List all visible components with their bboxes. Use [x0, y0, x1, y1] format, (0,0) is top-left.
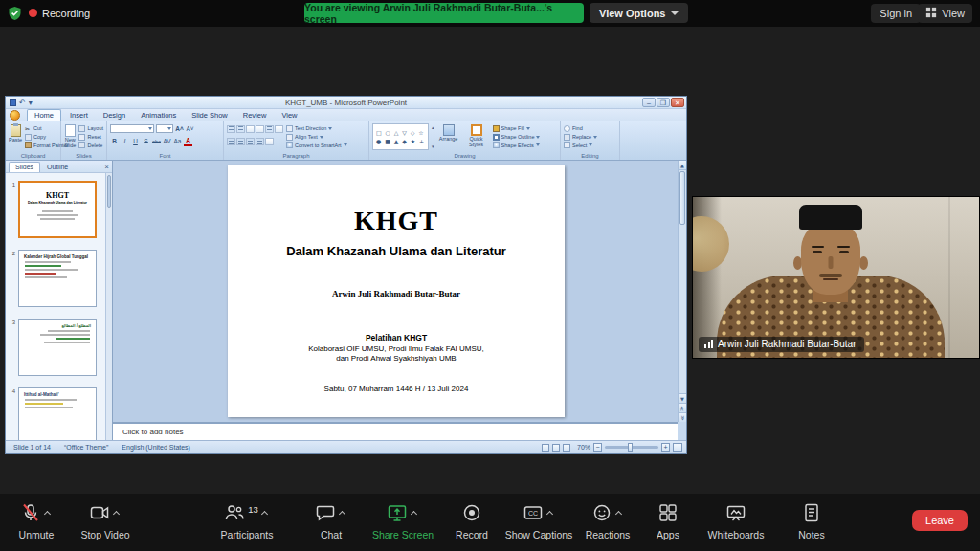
sign-in-button[interactable]: Sign in: [871, 4, 921, 23]
view-layout-button[interactable]: View: [918, 4, 972, 23]
leave-button[interactable]: Leave: [912, 510, 968, 531]
slide-date[interactable]: Sabtu, 07 Muharram 1446 H / 13 Juli 2024: [228, 385, 565, 393]
captions-options-chevron[interactable]: [546, 509, 555, 518]
unmute-options-chevron[interactable]: [44, 509, 53, 518]
font-family-select[interactable]: [110, 124, 154, 133]
align-right-button[interactable]: [246, 138, 255, 145]
slide-scrollbar[interactable]: ▲ ▼ ≪ ≪: [678, 161, 686, 422]
minimize-button[interactable]: –: [642, 98, 656, 107]
reactions-button[interactable]: Reactions: [575, 502, 640, 540]
panel-scrollbar[interactable]: [105, 173, 112, 440]
shape-outline-button[interactable]: Shape Outline: [493, 133, 541, 142]
tab-view[interactable]: View: [275, 110, 303, 121]
bullets-button[interactable]: [227, 125, 235, 133]
participants-button[interactable]: 13 Participants: [209, 502, 285, 540]
tab-slide-show[interactable]: Slide Show: [185, 110, 234, 121]
italic-button[interactable]: I: [121, 137, 129, 146]
find-button[interactable]: Find: [564, 124, 597, 133]
slide-author[interactable]: Arwin Juli Rakhmadi Butar-Butar: [228, 289, 565, 298]
tab-design[interactable]: Design: [97, 110, 132, 121]
text-direction-button[interactable]: Text Direction: [286, 124, 347, 133]
reset-button[interactable]: Reset: [78, 133, 103, 142]
delete-button[interactable]: Delete: [78, 141, 103, 149]
show-captions-button[interactable]: CC Show Captions: [501, 502, 577, 540]
shape-fill-button[interactable]: Shape Fill: [493, 124, 541, 133]
slide-thumbnail-2[interactable]: Kalender Hijrah Global Tunggal: [18, 250, 97, 307]
video-options-chevron[interactable]: [113, 509, 122, 518]
slide-thumbnail-1[interactable]: KHGT Dalam Khazanah Ulama dan Literatur: [18, 181, 97, 238]
whiteboards-button[interactable]: Whiteboards: [700, 502, 772, 540]
strikethrough-button[interactable]: S: [142, 137, 150, 146]
columns-button[interactable]: [265, 138, 274, 145]
current-slide[interactable]: KHGT Dalam Khazanah Ulama dan Literatur …: [228, 165, 565, 417]
stop-video-button[interactable]: Stop Video: [71, 502, 140, 540]
panel-close-icon[interactable]: ×: [104, 163, 109, 171]
close-button[interactable]: ✕: [671, 98, 684, 107]
view-options-button[interactable]: View Options: [590, 3, 688, 23]
scroll-down-icon[interactable]: ▼: [679, 393, 686, 403]
character-spacing-button[interactable]: AV: [163, 137, 171, 146]
previous-slide-button[interactable]: ≪: [679, 403, 686, 412]
increase-indent-button[interactable]: [256, 125, 264, 133]
convert-smartart-button[interactable]: Convert to SmartArt: [286, 141, 347, 149]
align-text-button[interactable]: Align Text: [286, 133, 347, 142]
decrease-indent-button[interactable]: [246, 125, 255, 133]
slideshow-view-button[interactable]: [563, 444, 570, 452]
line-spacing-button[interactable]: [265, 125, 274, 133]
zoom-slider[interactable]: [605, 446, 658, 449]
slide-thumbnail-4[interactable]: Ittihad al-Mathali': [18, 387, 97, 440]
notes-button[interactable]: Notes: [779, 502, 844, 540]
chat-options-chevron[interactable]: [339, 509, 347, 518]
participant-video-tile[interactable]: Arwin Juli Rakhmadi Butar-Butar: [692, 196, 980, 359]
shapes-gallery-scroll[interactable]: ▴▾: [432, 123, 434, 150]
text-direction-mini-button[interactable]: [275, 125, 283, 133]
slides-tab[interactable]: Slides: [9, 162, 40, 172]
fit-to-window-button[interactable]: [673, 443, 682, 452]
underline-button[interactable]: U: [131, 137, 140, 146]
slide-sorter-view-button[interactable]: [552, 444, 560, 452]
participants-options-chevron[interactable]: [261, 509, 270, 518]
tab-insert[interactable]: Insert: [63, 110, 95, 121]
zoom-in-button[interactable]: +: [661, 443, 670, 452]
arrange-button[interactable]: Arrange: [437, 123, 460, 150]
align-center-button[interactable]: [236, 138, 245, 145]
slide-event-line3[interactable]: dan Prodi Ahwal Syakhshiyah UMB: [228, 354, 565, 363]
shape-effects-button[interactable]: Shape Effects: [493, 141, 541, 149]
new-slide-button[interactable]: New Slide: [64, 123, 76, 150]
grow-font-button[interactable]: A˄: [175, 124, 184, 134]
maximize-button[interactable]: ❐: [657, 98, 670, 107]
scrollbar-thumb[interactable]: [679, 171, 685, 225]
shapes-gallery[interactable]: □ ○ △ ▽ ◇ ☆ ● ■ ▲ ◆ ★ +: [372, 123, 429, 150]
scroll-up-icon[interactable]: ▲: [679, 161, 686, 170]
font-size-select[interactable]: [156, 124, 173, 133]
record-button[interactable]: Record: [439, 502, 504, 540]
reactions-options-chevron[interactable]: [615, 509, 624, 518]
normal-view-button[interactable]: [542, 444, 549, 452]
security-shield-icon[interactable]: [8, 6, 22, 25]
notes-pane[interactable]: Click to add notes: [113, 422, 678, 442]
share-screen-button[interactable]: Share Screen: [365, 502, 441, 540]
share-options-chevron[interactable]: [411, 509, 419, 518]
tab-animations[interactable]: Animations: [134, 110, 183, 121]
justify-button[interactable]: [256, 138, 264, 145]
zoom-out-button[interactable]: −: [593, 443, 602, 452]
numbering-button[interactable]: [236, 125, 245, 133]
bold-button[interactable]: B: [110, 137, 119, 146]
office-button[interactable]: [10, 110, 20, 121]
zoom-slider-thumb[interactable]: [628, 443, 633, 452]
replace-button[interactable]: Replace: [564, 133, 597, 142]
quick-styles-button[interactable]: Quick Styles: [463, 123, 490, 150]
layout-button[interactable]: Layout: [78, 124, 103, 133]
language-indicator[interactable]: English (United States): [122, 444, 190, 451]
tab-review[interactable]: Review: [236, 110, 274, 121]
font-color-button[interactable]: A: [184, 137, 192, 146]
chat-button[interactable]: Chat: [299, 502, 364, 540]
select-button[interactable]: Select: [564, 141, 597, 149]
shrink-font-button[interactable]: A˅: [186, 124, 194, 134]
slide-thumbnail-3[interactable]: المطلع / المطالع: [18, 319, 97, 376]
outline-tab[interactable]: Outline: [41, 163, 74, 172]
apps-button[interactable]: Apps: [637, 502, 699, 540]
tab-home[interactable]: Home: [27, 109, 61, 121]
unmute-button[interactable]: Unmute: [2, 502, 71, 540]
shadow-button[interactable]: abc: [152, 137, 161, 146]
